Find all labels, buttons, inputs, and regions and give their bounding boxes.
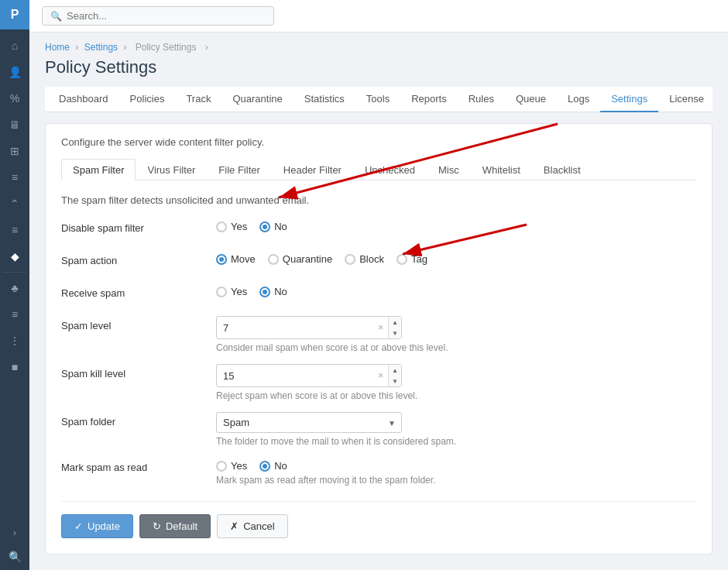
tab-policies[interactable]: Policies — [119, 87, 176, 112]
spam-kill-level-input[interactable] — [217, 366, 373, 386]
label-mark-spam-read: Mark spam as read — [61, 458, 216, 473]
search-icon: 🔍 — [50, 11, 62, 22]
subtab-unchecked[interactable]: Unchecked — [353, 159, 427, 180]
row-spam-kill-level: Spam kill level × ▲ ▼ Reject spam when s… — [61, 364, 696, 401]
update-icon: ✓ — [74, 520, 83, 532]
policy-settings-card: Configure the server wide content filter… — [45, 123, 713, 555]
subtab-header-filter[interactable]: Header Filter — [272, 159, 353, 180]
spam-level-clear[interactable]: × — [373, 322, 388, 333]
tab-reports[interactable]: Reports — [400, 87, 458, 112]
sub-tabs: Spam Filter Virus Filter File Filter Hea… — [61, 159, 696, 180]
row-receive-spam: Receive spam Yes No — [61, 283, 696, 305]
label-receive-spam: Receive spam — [61, 283, 216, 299]
label-spam-action: Spam action — [61, 251, 216, 266]
radio-action-move[interactable]: Move — [216, 253, 256, 265]
tab-queue[interactable]: Queue — [505, 87, 557, 112]
spam-kill-level-up[interactable]: ▲ — [389, 365, 401, 376]
sidebar-icon-search[interactable]: 🔍 — [0, 544, 29, 570]
control-disable-spam-filter: Yes No — [216, 218, 696, 232]
control-receive-spam: Yes No — [216, 283, 696, 297]
spam-level-input[interactable] — [217, 318, 373, 338]
tab-dashboard[interactable]: Dashboard — [48, 87, 119, 112]
radio-circle-no — [259, 221, 270, 232]
radio-circle-move — [216, 254, 227, 265]
sidebar-icon-monitor[interactable]: 🖥 — [0, 112, 29, 138]
radio-mark-spam-no[interactable]: No — [259, 460, 287, 472]
spam-level-spinner: ▲ ▼ — [388, 317, 401, 338]
tab-track[interactable]: Track — [175, 87, 221, 112]
label-disable-spam-filter: Disable spam filter — [61, 218, 216, 234]
radio-action-quarantine[interactable]: Quarantine — [268, 253, 332, 265]
tab-tools[interactable]: Tools — [355, 87, 400, 112]
sidebar-icon-up[interactable]: ⌃ — [0, 191, 29, 217]
control-spam-kill-level: × ▲ ▼ Reject spam when score is at or ab… — [216, 364, 696, 401]
spam-level-up[interactable]: ▲ — [389, 317, 401, 328]
subtab-whitelist[interactable]: Whitelist — [471, 159, 532, 180]
radio-circle-yes — [216, 221, 227, 232]
radio-mark-spam-yes[interactable]: Yes — [216, 460, 247, 472]
radio-circle-receive-no — [259, 287, 270, 297]
sidebar-icon-user[interactable]: 👤 — [0, 59, 29, 85]
spam-kill-level-input-wrap: × ▲ ▼ — [216, 364, 402, 387]
cancel-icon: ✗ — [230, 520, 239, 532]
radio-spam-action: Move Quarantine Block Tag — [216, 251, 696, 265]
row-spam-action: Spam action Move Quarantine — [61, 251, 696, 273]
breadcrumb: Home › Settings › Policy Settings › — [45, 42, 713, 53]
tab-logs[interactable]: Logs — [557, 87, 600, 112]
tab-license[interactable]: License — [658, 87, 715, 112]
subtab-file-filter[interactable]: File Filter — [207, 159, 271, 180]
update-button[interactable]: ✓ Update — [61, 514, 133, 538]
search-input[interactable] — [67, 10, 266, 22]
spam-level-down[interactable]: ▼ — [389, 328, 401, 338]
sidebar-icon-grid[interactable]: ⊞ — [0, 138, 29, 164]
mark-spam-read-note: Mark spam as read after moving it to the… — [216, 475, 696, 486]
subtab-blacklist[interactable]: Blacklist — [532, 159, 592, 180]
app-logo: P — [0, 0, 29, 29]
sidebar-icon-percent[interactable]: % — [0, 85, 29, 112]
sidebar-icon-home[interactable]: ⌂ — [0, 33, 29, 59]
subtab-virus-filter[interactable]: Virus Filter — [136, 159, 207, 180]
search-box: 🔍 — [42, 6, 274, 26]
default-button[interactable]: ↻ Default — [139, 514, 211, 538]
label-spam-level: Spam level — [61, 316, 216, 331]
breadcrumb-home[interactable]: Home — [45, 42, 70, 53]
sidebar-icon-users[interactable]: ≡ — [0, 301, 29, 328]
row-disable-spam-filter: Disable spam filter Yes No — [61, 218, 696, 240]
cancel-button[interactable]: ✗ Cancel — [217, 514, 287, 538]
sidebar-icon-tag[interactable]: ♣ — [0, 275, 29, 301]
subtab-misc[interactable]: Misc — [427, 159, 471, 180]
spam-kill-level-down[interactable]: ▼ — [389, 376, 401, 386]
breadcrumb-settings[interactable]: Settings — [84, 42, 118, 53]
spam-kill-level-clear[interactable]: × — [373, 370, 388, 381]
subtab-spam-filter[interactable]: Spam Filter — [61, 159, 136, 180]
sidebar-divider — [3, 272, 26, 273]
tab-quarantine[interactable]: Quarantine — [221, 87, 293, 112]
tab-statistics[interactable]: Statistics — [294, 87, 355, 112]
row-mark-spam-read: Mark spam as read Yes No Mark spam as re… — [61, 458, 696, 486]
sidebar-icon-apps[interactable]: ⋮ — [0, 328, 29, 354]
sidebar-icon-shield[interactable]: ◆ — [0, 243, 29, 270]
spam-level-note: Consider mail spam when score is at or a… — [216, 342, 696, 353]
sidebar-icon-lock[interactable]: ■ — [0, 354, 29, 380]
sidebar-icon-filter[interactable]: ≡ — [0, 217, 29, 243]
radio-action-tag[interactable]: Tag — [397, 253, 428, 265]
radio-receive-spam-no[interactable]: No — [259, 286, 287, 297]
sidebar-icon-chart[interactable]: ≡ — [0, 164, 29, 191]
label-spam-kill-level: Spam kill level — [61, 364, 216, 379]
radio-receive-spam-yes[interactable]: Yes — [216, 286, 247, 297]
breadcrumb-sep3: › — [205, 42, 208, 53]
spam-folder-select-wrap: Spam Junk Trash ▼ — [216, 412, 402, 433]
radio-circle-mark-no — [259, 461, 270, 472]
radio-disable-spam-yes[interactable]: Yes — [216, 221, 247, 232]
control-spam-folder: Spam Junk Trash ▼ The folder to move the… — [216, 412, 696, 447]
radio-disable-spam-no[interactable]: No — [259, 221, 287, 232]
sidebar-expand[interactable]: › — [0, 520, 29, 544]
radio-action-block[interactable]: Block — [345, 253, 384, 265]
spam-kill-level-note: Reject spam when score is at or above th… — [216, 390, 696, 401]
breadcrumb-current: Policy Settings — [136, 42, 197, 53]
label-spam-folder: Spam folder — [61, 412, 216, 428]
spam-folder-select[interactable]: Spam Junk Trash — [216, 412, 402, 433]
tab-settings[interactable]: Settings — [600, 87, 658, 112]
tab-rules[interactable]: Rules — [458, 87, 505, 112]
radio-circle-quarantine — [268, 254, 279, 265]
